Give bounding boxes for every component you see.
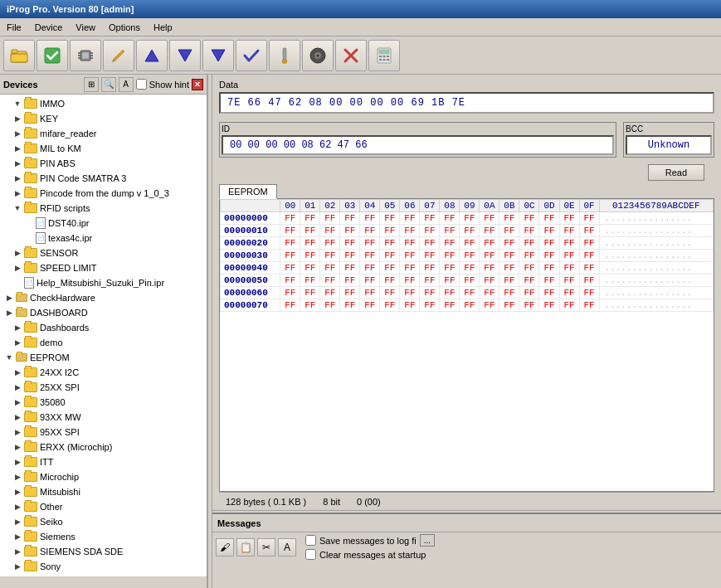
tree-item-other[interactable]: ▶ Other [0,499,207,514]
messages-paste-btn[interactable]: 📋 [236,538,255,556]
expand-sony[interactable]: ▶ [12,561,23,572]
expand-other[interactable]: ▶ [12,501,23,513]
menu-view[interactable]: View [69,21,102,34]
expand-mitsubishi[interactable]: ▶ [12,486,23,498]
menu-device[interactable]: Device [28,21,70,34]
tree-item-dashboard[interactable]: ▶ DASHBOARD [0,305,207,320]
expand-miltokm[interactable]: ▶ [12,143,23,154]
browse-log-button[interactable]: ... [420,534,435,547]
tree-item-sony[interactable]: ▶ Sony [0,559,207,574]
expand-immo[interactable]: ▼ [12,98,23,109]
expand-93xx[interactable]: ▶ [12,411,23,423]
expand-pinabs[interactable]: ▶ [12,158,23,169]
tree-item-95xx[interactable]: ▶ 95XX SPI [0,425,207,440]
down2-button[interactable] [202,40,234,71]
tree-item-dashboards[interactable]: ▶ Dashboards [0,320,207,335]
save-log-checkbox[interactable] [305,535,316,546]
write-button[interactable] [103,40,134,71]
cell-val: FF [440,212,460,225]
tree-scrollbar-h[interactable] [0,576,207,588]
tree-item-pinabs[interactable]: ▶ PIN ABS [0,156,207,171]
expand-microchip[interactable]: ▶ [12,471,23,483]
chip-button[interactable] [70,40,101,71]
expand-itt[interactable]: ▶ [12,456,23,468]
devices-close-btn[interactable]: ✕ [192,79,203,90]
tree-item-35080[interactable]: ▶ 35080 [0,395,207,410]
expand-siemens-sda-sde[interactable]: ▶ [12,546,23,557]
check-button[interactable] [37,40,68,71]
expand-mifare[interactable]: ▶ [12,128,23,139]
devices-toolbar-btn2[interactable]: 🔍 [101,77,116,92]
expand-35080[interactable]: ▶ [12,396,23,408]
tree-item-demo[interactable]: ▶ demo [0,335,207,350]
tree-item-mifare[interactable]: ▶ mifare_reader [0,126,207,141]
expand-dashboard[interactable]: ▶ [3,307,15,318]
tree-item-eeprom[interactable]: ▼ EEPROM [0,350,207,365]
messages-save-option: Save messages to log fi ... [305,534,435,547]
tree-item-25xx[interactable]: ▶ 25XX SPI [0,380,207,395]
expand-eeprom[interactable]: ▼ [3,352,15,363]
cell-val: FF [460,287,480,299]
tab-eeprom[interactable]: EEPROM [219,184,277,199]
tree-item-texas4c[interactable]: ▶ 📄 texas4c.ipr [0,231,207,245]
tree-item-microchip[interactable]: ▶ Microchip [0,469,207,484]
expand-24xx[interactable]: ▶ [12,367,23,378]
read-button[interactable]: Read [648,164,704,181]
expand-pinsmatra[interactable]: ▶ [12,173,23,184]
tree-item-pincode[interactable]: ▶ Pincode from the dump v 1_0_3 [0,186,207,201]
brush-button[interactable] [269,40,300,71]
disk-button[interactable] [302,40,334,71]
show-hint-checkbox[interactable] [136,79,147,90]
tree-item-siemens-sda-sde[interactable]: ▶ SIEMENS SDA SDE [0,544,207,559]
expand-95xx[interactable]: ▶ [12,426,23,438]
expand-dashboards[interactable]: ▶ [12,322,23,333]
expand-pincode[interactable]: ▶ [12,187,23,199]
messages-copy-btn[interactable]: 🖌 [216,538,234,556]
tree-item-erxx[interactable]: ▶ ERXX (Microchip) [0,440,207,454]
tree-item-miltokm[interactable]: ▶ MIL to KM [0,141,207,156]
tree-item-checkhardware[interactable]: ▶ CheckHardware [0,290,207,305]
menu-options[interactable]: Options [102,21,147,34]
messages-font-btn[interactable]: A [278,538,296,556]
expand-erxx[interactable]: ▶ [12,441,23,453]
tree-item-93xx[interactable]: ▶ 93XX MW [0,410,207,425]
tree-item-pinsmatra[interactable]: ▶ PIN Code SMATRA 3 [0,171,207,186]
tree-label-pinsmatra: PIN Code SMATRA 3 [40,173,126,183]
tree-item-dst40[interactable]: ▶ 📄 DST40.ipr [0,216,207,231]
col-header-0b: 0B [499,200,519,212]
expand-demo[interactable]: ▶ [12,337,23,348]
devices-toolbar-btn1[interactable]: ⊞ [84,77,99,92]
cancel-button[interactable] [335,40,367,71]
calc-button[interactable] [368,40,400,71]
tree-item-24xx[interactable]: ▶ 24XX I2C [0,365,207,380]
expand-rfid[interactable]: ▼ [12,202,23,214]
tree-item-itt[interactable]: ▶ ITT [0,454,207,469]
eeprom-value: 0 (00) [357,497,381,507]
messages-cut-btn[interactable]: ✂ [257,538,275,556]
cell-val: FF [320,299,340,312]
tree-item-help-mitsubishi[interactable]: ▶ 📄 Help_Mitsubishi_Suzuki_Pin.ipr [0,275,207,290]
devices-toolbar-btn3[interactable]: A [119,77,134,92]
tree-item-immo[interactable]: ▼ IMMO [0,96,207,111]
menu-help[interactable]: Help [147,21,179,34]
expand-25xx[interactable]: ▶ [12,381,23,393]
ok-button[interactable] [236,40,267,71]
expand-key[interactable]: ▶ [12,113,23,124]
up-button[interactable] [136,40,168,71]
tree-item-siemens[interactable]: ▶ Siemens [0,529,207,544]
tree-item-key[interactable]: ▶ KEY [0,111,207,126]
menu-file[interactable]: File [0,21,28,34]
tree-item-rfid[interactable]: ▼ RFID scripts [0,201,207,216]
open-button[interactable] [3,40,35,71]
expand-siemens[interactable]: ▶ [12,531,23,542]
down-button[interactable] [169,40,201,71]
tree-item-speedlimit[interactable]: ▶ SPEED LIMIT [0,260,207,275]
clear-startup-checkbox[interactable] [305,549,316,560]
expand-seiko[interactable]: ▶ [12,516,23,527]
tree-item-seiko[interactable]: ▶ Seiko [0,514,207,529]
expand-sensor[interactable]: ▶ [12,247,23,259]
expand-speedlimit[interactable]: ▶ [12,262,23,274]
tree-item-mitsubishi[interactable]: ▶ Mitsubishi [0,484,207,499]
expand-checkhardware[interactable]: ▶ [3,292,15,304]
tree-item-sensor[interactable]: ▶ SENSOR [0,245,207,260]
